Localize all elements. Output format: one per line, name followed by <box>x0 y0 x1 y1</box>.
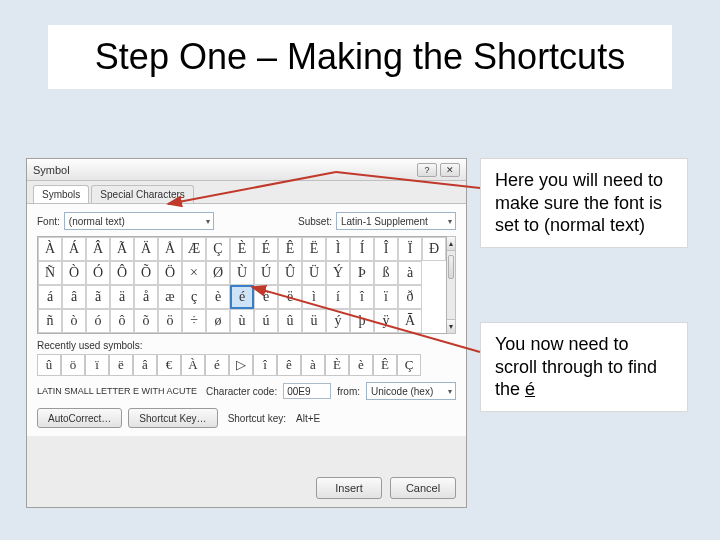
character-cell[interactable]: Ú <box>254 261 278 285</box>
scroll-track[interactable] <box>447 251 455 319</box>
character-cell[interactable]: ä <box>110 285 134 309</box>
character-cell[interactable]: ü <box>302 309 326 333</box>
recent-symbol-cell[interactable]: â <box>133 354 157 376</box>
recent-symbol-cell[interactable]: ö <box>61 354 85 376</box>
character-cell[interactable]: ê <box>254 285 278 309</box>
character-cell[interactable]: È <box>230 237 254 261</box>
character-cell[interactable]: Ý <box>326 261 350 285</box>
recent-symbol-cell[interactable]: Ç <box>397 354 421 376</box>
character-cell[interactable]: ö <box>158 309 182 333</box>
tab-special-characters[interactable]: Special Characters <box>91 185 193 203</box>
character-cell[interactable]: â <box>62 285 86 309</box>
character-cell[interactable]: ù <box>230 309 254 333</box>
character-cell[interactable]: × <box>182 261 206 285</box>
grid-scrollbar[interactable]: ▴ ▾ <box>447 236 456 334</box>
character-cell[interactable]: Ç <box>206 237 230 261</box>
character-cell[interactable]: Ð <box>422 237 446 261</box>
character-cell[interactable]: Ã <box>110 237 134 261</box>
shortcut-key-button[interactable]: Shortcut Key… <box>128 408 217 428</box>
character-cell[interactable]: Å <box>158 237 182 261</box>
character-code-field[interactable]: 00E9 <box>283 383 331 399</box>
font-combo[interactable]: (normal text) <box>64 212 214 230</box>
help-icon[interactable]: ? <box>417 163 437 177</box>
slide-title-box: Step One – Making the Shortcuts <box>48 25 672 89</box>
character-cell[interactable]: Õ <box>134 261 158 285</box>
character-cell[interactable]: é <box>230 285 254 309</box>
recent-symbol-cell[interactable]: € <box>157 354 181 376</box>
character-cell[interactable]: ß <box>374 261 398 285</box>
character-cell[interactable]: á <box>38 285 62 309</box>
recent-symbol-cell[interactable]: ê <box>277 354 301 376</box>
character-cell[interactable]: É <box>254 237 278 261</box>
recent-symbol-cell[interactable]: ▷ <box>229 354 253 376</box>
character-cell[interactable]: Ë <box>302 237 326 261</box>
recent-symbol-cell[interactable]: û <box>37 354 61 376</box>
character-cell[interactable]: Â <box>86 237 110 261</box>
character-cell[interactable]: Î <box>374 237 398 261</box>
character-cell[interactable]: û <box>278 309 302 333</box>
from-combo[interactable]: Unicode (hex) <box>366 382 456 400</box>
character-cell[interactable]: ó <box>86 309 110 333</box>
character-cell[interactable]: Ó <box>86 261 110 285</box>
autocorrect-button[interactable]: AutoCorrect… <box>37 408 122 428</box>
character-cell[interactable]: Ù <box>230 261 254 285</box>
character-cell[interactable]: ã <box>86 285 110 309</box>
character-cell[interactable]: Ï <box>398 237 422 261</box>
character-cell[interactable]: þ <box>350 309 374 333</box>
scroll-down-icon[interactable]: ▾ <box>447 319 455 333</box>
recent-symbol-cell[interactable]: é <box>205 354 229 376</box>
character-cell[interactable]: Í <box>350 237 374 261</box>
character-cell[interactable]: Ò <box>62 261 86 285</box>
character-cell[interactable]: ÷ <box>182 309 206 333</box>
character-cell[interactable]: è <box>206 285 230 309</box>
character-cell[interactable]: ø <box>206 309 230 333</box>
character-cell[interactable]: à <box>398 261 422 285</box>
character-cell[interactable]: æ <box>158 285 182 309</box>
character-cell[interactable]: À <box>38 237 62 261</box>
recent-symbol-cell[interactable]: è <box>349 354 373 376</box>
recent-symbol-cell[interactable]: ë <box>109 354 133 376</box>
cancel-button[interactable]: Cancel <box>390 477 456 499</box>
character-cell[interactable]: ë <box>278 285 302 309</box>
character-cell[interactable]: î <box>350 285 374 309</box>
character-cell[interactable]: Ü <box>302 261 326 285</box>
character-cell[interactable]: Ø <box>206 261 230 285</box>
character-cell[interactable]: ð <box>398 285 422 309</box>
scroll-thumb[interactable] <box>448 255 454 279</box>
character-cell[interactable]: Û <box>278 261 302 285</box>
character-cell[interactable]: ñ <box>38 309 62 333</box>
character-cell[interactable]: ì <box>302 285 326 309</box>
character-cell[interactable]: ý <box>326 309 350 333</box>
character-cell[interactable]: Ñ <box>38 261 62 285</box>
character-cell[interactable]: Ì <box>326 237 350 261</box>
character-cell[interactable]: õ <box>134 309 158 333</box>
character-cell[interactable]: ú <box>254 309 278 333</box>
character-cell[interactable]: ò <box>62 309 86 333</box>
recent-symbol-cell[interactable]: î <box>253 354 277 376</box>
character-cell[interactable]: Ä <box>134 237 158 261</box>
recent-symbol-cell[interactable]: ï <box>85 354 109 376</box>
scroll-up-icon[interactable]: ▴ <box>447 237 455 251</box>
character-cell[interactable]: ï <box>374 285 398 309</box>
character-cell[interactable]: ç <box>182 285 206 309</box>
character-cell[interactable]: Æ <box>182 237 206 261</box>
character-cell[interactable]: Ô <box>110 261 134 285</box>
tab-symbols[interactable]: Symbols <box>33 185 89 203</box>
close-icon[interactable]: ✕ <box>440 163 460 177</box>
recent-symbol-cell[interactable]: À <box>181 354 205 376</box>
recent-symbol-cell[interactable]: Ê <box>373 354 397 376</box>
character-cell[interactable]: Á <box>62 237 86 261</box>
recent-symbol-cell[interactable]: È <box>325 354 349 376</box>
character-cell[interactable]: Ê <box>278 237 302 261</box>
character-cell[interactable]: Ö <box>158 261 182 285</box>
character-cell[interactable]: Ā <box>398 309 422 333</box>
character-cell[interactable]: ÿ <box>374 309 398 333</box>
character-cell[interactable]: í <box>326 285 350 309</box>
character-cell[interactable]: Þ <box>350 261 374 285</box>
character-cell[interactable]: å <box>134 285 158 309</box>
character-cell[interactable]: ô <box>110 309 134 333</box>
insert-button[interactable]: Insert <box>316 477 382 499</box>
callout-line: the é <box>495 378 673 401</box>
recent-symbol-cell[interactable]: à <box>301 354 325 376</box>
subset-combo[interactable]: Latin-1 Supplement <box>336 212 456 230</box>
